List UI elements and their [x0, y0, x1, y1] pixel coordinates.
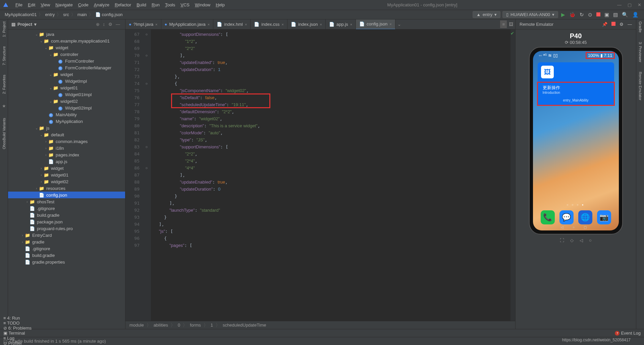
editor-breadcrumbs[interactable]: module〉abilities〉0〉forms〉1〉scheduledUpda…: [125, 321, 515, 329]
tree-item[interactable]: 📄gradle.properties: [8, 259, 125, 265]
bottom-tool[interactable]: ≡ TODO: [3, 321, 32, 326]
bottom-tool[interactable]: ▣ Terminal: [3, 331, 32, 336]
editor-tab[interactable]: 📄index.hml×: [213, 19, 251, 29]
tree-item[interactable]: ›📁resources: [8, 185, 125, 192]
locate-icon[interactable]: ⊕: [94, 22, 101, 27]
code-crumb[interactable]: 1: [211, 323, 213, 328]
menu-analyze[interactable]: Analyze: [91, 2, 112, 7]
collapse-icon[interactable]: ↕: [101, 22, 107, 27]
tab-gradle[interactable]: Gradle: [638, 21, 642, 32]
breadcrumb-2[interactable]: src: [62, 12, 70, 17]
editor-tab[interactable]: 📄index.json×: [287, 19, 326, 29]
tree-item[interactable]: 📄build.gradle: [8, 252, 125, 259]
tree-item[interactable]: ›📁gradle: [8, 238, 125, 245]
editor-tab[interactable]: ●?Impl.java×: [125, 19, 161, 29]
tree-item[interactable]: CFormControllerManager: [8, 64, 125, 71]
settings-icon[interactable]: ⚙: [107, 22, 114, 27]
home-icon[interactable]: ○: [589, 238, 592, 243]
screenshot-icon[interactable]: ⛶: [560, 238, 564, 243]
phone-app-icon[interactable]: 📞: [541, 210, 555, 224]
tree-item[interactable]: 📄build.gradle: [8, 212, 125, 218]
menu-navigate[interactable]: Navigate: [53, 2, 75, 7]
menu-help[interactable]: Help: [213, 2, 227, 7]
tab-project[interactable]: 1: Project: [2, 21, 6, 37]
editor-image-icon[interactable]: 🖼: [507, 22, 515, 27]
tree-item[interactable]: 📄package.json: [8, 218, 125, 225]
close-icon[interactable]: ✕: [638, 2, 641, 7]
bottom-tool[interactable]: ≡ 4: Run: [3, 316, 32, 321]
editor-view-icon[interactable]: ≡: [500, 20, 507, 28]
editor-tab[interactable]: ●MyApplication.java×: [161, 19, 214, 29]
event-log-button[interactable]: 7 Event Log: [615, 331, 641, 336]
tab-previewer[interactable]: 3: Previewer: [638, 42, 642, 62]
pin-icon[interactable]: 📌: [602, 22, 607, 27]
tab-remote-emulator[interactable]: Remote Emulator: [638, 72, 642, 100]
tree-item[interactable]: 📄.gitignore: [8, 205, 125, 212]
menu-run[interactable]: Run: [149, 2, 162, 7]
menu-code[interactable]: Code: [75, 2, 91, 7]
menu-build[interactable]: Build: [134, 2, 149, 7]
minimize-icon[interactable]: —: [617, 2, 622, 7]
editor-tab[interactable]: 📄app.js×: [326, 19, 356, 29]
tree-item[interactable]: CWidget02Impl: [8, 105, 125, 111]
tree-item[interactable]: ›📁EntryCard: [8, 232, 125, 238]
project-title[interactable]: Project: [17, 22, 32, 27]
tab-structure[interactable]: 7: Structure: [2, 46, 6, 65]
tree-item[interactable]: ›📁widget01: [8, 171, 125, 178]
breadcrumb-1[interactable]: entry: [44, 12, 56, 17]
menu-window[interactable]: Window: [192, 2, 213, 7]
run-icon[interactable]: ▶: [559, 12, 567, 18]
rotate-icon[interactable]: ◇: [570, 238, 574, 243]
editor-tab[interactable]: 📄config.json×: [356, 19, 395, 29]
stop-icon[interactable]: [594, 12, 602, 17]
tree-item[interactable]: ⌄📁widget: [8, 44, 125, 51]
editor-tab[interactable]: 📄index.css×: [251, 19, 287, 29]
tree-item[interactable]: CMyApplication: [8, 118, 125, 125]
maximize-icon[interactable]: ▢: [628, 2, 632, 7]
tab-favorites[interactable]: 2: Favorites: [2, 75, 6, 94]
tree-item[interactable]: CMainAbility: [8, 111, 125, 118]
debug-icon[interactable]: 🐞: [567, 12, 578, 18]
tree-item[interactable]: 📄app.js: [8, 158, 125, 165]
breadcrumb-4[interactable]: 📄 config.json: [94, 12, 124, 17]
menu-vcs[interactable]: VCS: [178, 2, 192, 7]
messages-app-icon[interactable]: 💬: [559, 210, 574, 224]
stop-preview-icon[interactable]: [611, 22, 615, 27]
tree-item[interactable]: ⌄📁widget: [8, 71, 125, 78]
tool-windows-icon[interactable]: ▢: [3, 339, 7, 344]
tree-item[interactable]: ⌄📁js: [8, 125, 125, 131]
attach-icon[interactable]: ▣: [602, 12, 611, 18]
breadcrumb-3[interactable]: main: [76, 12, 88, 17]
back-icon[interactable]: ◁: [580, 238, 583, 243]
profile-icon[interactable]: ⊙: [586, 12, 594, 18]
hide-icon[interactable]: —: [114, 22, 122, 27]
tree-item[interactable]: ›📁widget02: [8, 178, 125, 185]
tree-item[interactable]: 📄.gitignore: [8, 245, 125, 252]
code-crumb[interactable]: scheduledUpdateTime: [223, 323, 266, 328]
tree-item[interactable]: CWidget01Impl: [8, 91, 125, 98]
tree-item[interactable]: CFormController: [8, 58, 125, 64]
menu-edit[interactable]: Edit: [25, 2, 38, 7]
preview-hide-icon[interactable]: —: [628, 22, 632, 27]
tree-item[interactable]: ⌄📁widget02: [8, 98, 125, 105]
module-selector[interactable]: ▲ entry ▾: [473, 11, 500, 18]
tree-item[interactable]: ›📁i18n: [8, 145, 125, 151]
search-icon[interactable]: 🔍: [620, 12, 630, 18]
tree-item[interactable]: ›📁common.images: [8, 138, 125, 145]
tree-item[interactable]: ›📁ohosTest: [8, 198, 125, 205]
tree-item[interactable]: 📄proguard-rules.pro: [8, 225, 125, 232]
tree-item[interactable]: ⌄📁controller: [8, 51, 125, 58]
project-tree[interactable]: ⌄📁java⌄📁com.example.myapplication01⌄📁wid…: [8, 29, 125, 329]
breadcrumb-0[interactable]: MyApplication01: [3, 12, 38, 17]
bottom-tool[interactable]: ⊘ 6: Problems: [3, 326, 32, 331]
tab-overflow-icon[interactable]: ⌄: [395, 22, 403, 27]
code-area[interactable]: "supportDimensions": [ "1*2", "2*2" ], "…: [151, 29, 511, 321]
tree-item[interactable]: ⌄📁default: [8, 131, 125, 138]
tree-item[interactable]: ⌄📁java: [8, 31, 125, 38]
code-crumb[interactable]: 0: [178, 323, 180, 328]
browser-app-icon[interactable]: 🌐: [578, 210, 592, 224]
device-selector[interactable]: ▯ HUAWEI ANA-AN00 ▾: [502, 11, 558, 18]
tree-item[interactable]: ⌄📁widget01: [8, 84, 125, 91]
tree-item[interactable]: ⌄📁com.example.myapplication01: [8, 38, 125, 44]
tree-item[interactable]: ›📁widget: [8, 165, 125, 171]
